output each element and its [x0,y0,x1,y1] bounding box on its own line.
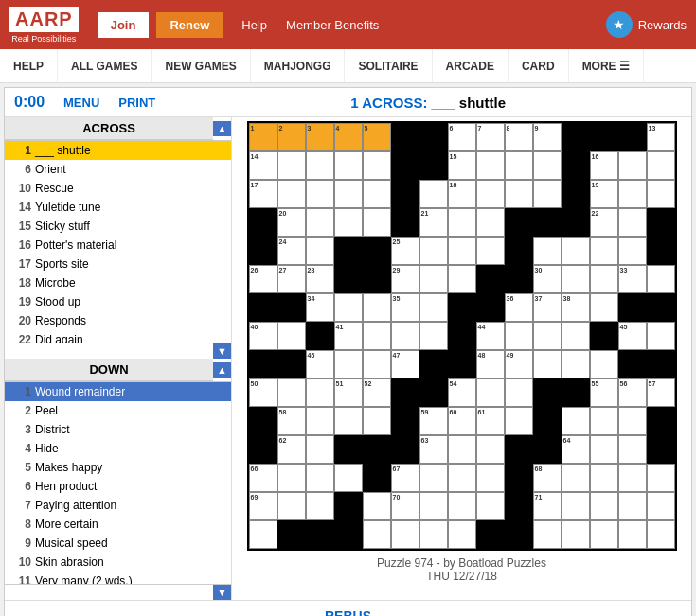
grid-cell[interactable]: 18 [448,180,476,208]
menu-button[interactable]: MENU [63,96,99,110]
grid-cell[interactable]: 47 [391,350,419,378]
grid-cell[interactable] [476,378,505,407]
grid-cell[interactable]: 17 [249,180,277,208]
grid-cell[interactable] [562,322,590,350]
grid-cell[interactable]: 46 [306,350,334,378]
grid-cell[interactable]: 28 [306,265,334,293]
grid-cell[interactable] [562,407,590,435]
grid-cell[interactable] [419,492,448,520]
grid-cell[interactable] [476,208,505,237]
grid-cell[interactable] [363,322,391,350]
grid-cell[interactable] [306,180,334,208]
grid-cell[interactable] [448,492,476,520]
grid-cell[interactable] [618,407,647,435]
grid-cell[interactable] [363,350,391,378]
grid-cell[interactable] [277,151,306,180]
grid-cell[interactable] [306,435,334,464]
across-clue-item[interactable]: 18Microbe [5,273,231,292]
join-button[interactable]: Join [98,12,150,38]
grid-cell[interactable]: 3 [306,123,334,151]
grid-cell[interactable]: 63 [419,435,448,464]
grid-cell[interactable] [618,435,647,464]
grid-cell[interactable] [419,293,448,322]
grid-cell[interactable] [647,151,675,180]
down-clue-item[interactable]: 3District [5,420,231,439]
grid-cell[interactable]: 44 [476,322,505,350]
grid-cell[interactable] [363,407,391,435]
renew-button[interactable]: Renew [156,12,223,38]
grid-cell[interactable]: 70 [391,492,419,520]
grid-cell[interactable]: 4 [334,123,363,151]
grid-cell[interactable] [306,378,334,407]
grid-cell[interactable] [562,464,590,492]
grid-cell[interactable] [277,180,306,208]
grid-cell[interactable]: 35 [391,293,419,322]
down-scroll-up[interactable]: ▲ [213,362,231,378]
grid-cell[interactable]: 24 [277,237,306,265]
grid-cell[interactable]: 13 [647,123,675,151]
nav-solitaire[interactable]: SOLITAIRE [345,49,432,82]
grid-cell[interactable] [476,151,505,180]
grid-cell[interactable] [249,520,277,549]
grid-cell[interactable]: 22 [590,208,618,237]
across-clue-item[interactable]: 17Sports site [5,255,231,273]
grid-cell[interactable] [448,265,476,293]
grid-cell[interactable] [334,180,363,208]
grid-cell[interactable]: 20 [277,208,306,237]
grid-cell[interactable] [590,407,618,435]
grid-cell[interactable] [334,151,363,180]
grid-cell[interactable] [562,237,590,265]
grid-cell[interactable]: 27 [277,265,306,293]
grid-cell[interactable]: 33 [618,265,647,293]
grid-cell[interactable] [419,237,448,265]
grid-cell[interactable] [306,407,334,435]
down-clue-item[interactable]: 9Musical speed [5,534,231,553]
grid-cell[interactable] [476,435,505,464]
grid-cell[interactable]: 36 [505,293,533,322]
grid-cell[interactable] [618,180,647,208]
grid-cell[interactable] [647,322,675,350]
grid-cell[interactable] [363,151,391,180]
member-benefits-link[interactable]: Member Benefits [286,18,379,32]
down-clue-item[interactable]: 7Paying attention [5,496,231,515]
down-clue-item[interactable]: 1Wound remainder [5,382,231,401]
nav-new-games[interactable]: NEW GAMES [152,49,250,82]
down-clue-item[interactable]: 5Makes happy [5,458,231,477]
grid-cell[interactable] [476,180,505,208]
grid-cell[interactable]: 55 [590,378,618,407]
grid-cell[interactable] [334,293,363,322]
grid-cell[interactable] [505,407,533,435]
grid-cell[interactable] [363,492,391,520]
grid-cell[interactable]: 2 [277,123,306,151]
grid-cell[interactable] [618,208,647,237]
grid-cell[interactable]: 45 [618,322,647,350]
across-clue-item[interactable]: 22Did again [5,330,231,343]
grid-cell[interactable]: 56 [618,378,647,407]
grid-cell[interactable] [363,520,391,549]
grid-cell[interactable] [590,492,618,520]
down-clue-item[interactable]: 6Hen product [5,477,231,496]
grid-cell[interactable] [562,265,590,293]
grid-cell[interactable]: 34 [306,293,334,322]
across-clue-item[interactable]: 14Yuletide tune [5,198,231,217]
grid-cell[interactable]: 40 [249,322,277,350]
nav-all-games[interactable]: ALL GAMES [58,49,152,82]
grid-cell[interactable]: 64 [562,435,590,464]
grid-cell[interactable] [533,180,562,208]
grid-cell[interactable] [334,464,363,492]
grid-cell[interactable] [306,208,334,237]
grid-cell[interactable] [363,208,391,237]
grid-cell[interactable]: 61 [476,407,505,435]
grid-cell[interactable] [277,492,306,520]
grid-cell[interactable] [590,293,618,322]
grid-cell[interactable] [618,492,647,520]
grid-cell[interactable]: 59 [419,407,448,435]
grid-cell[interactable] [419,265,448,293]
grid-cell[interactable]: 48 [476,350,505,378]
grid-cell[interactable] [306,237,334,265]
grid-cell[interactable] [647,464,675,492]
grid-cell[interactable] [448,237,476,265]
grid-cell[interactable]: 69 [249,492,277,520]
grid-cell[interactable] [505,322,533,350]
grid-cell[interactable] [647,520,675,549]
